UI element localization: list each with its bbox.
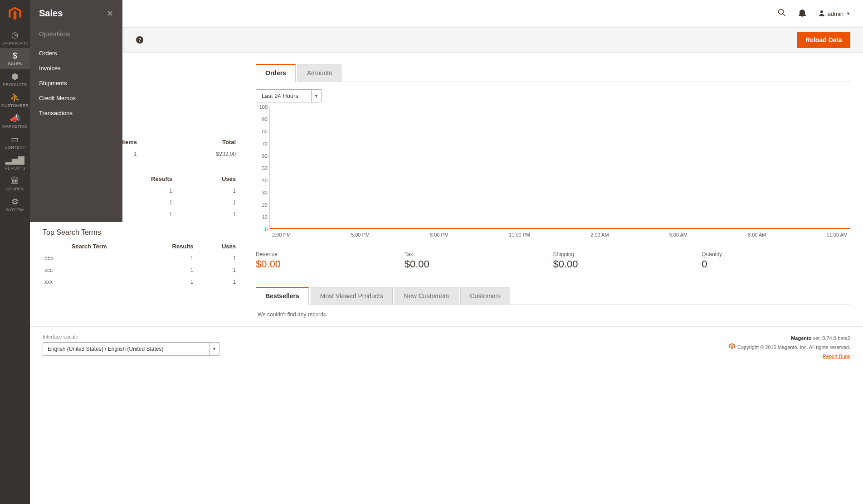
- search-icon[interactable]: [778, 9, 786, 19]
- flyout-link-shipments[interactable]: Shipments: [39, 76, 113, 91]
- table-row: ccc11: [43, 264, 238, 276]
- table-row: xxx11: [43, 276, 238, 288]
- metric-value: $0.00: [405, 258, 553, 270]
- tab-customers[interactable]: Customers: [460, 287, 510, 305]
- tab-bestsellers[interactable]: Bestsellers: [256, 287, 309, 305]
- nav-reports[interactable]: ▂▅▇REPORTS: [0, 152, 30, 173]
- reload-data-button[interactable]: Reload Data: [797, 32, 850, 48]
- flyout-link-orders[interactable]: Orders: [39, 46, 113, 61]
- person-icon: ⛹: [10, 92, 20, 102]
- footer: Interface Locale English (United States)…: [30, 326, 863, 371]
- th-total: Total: [139, 136, 238, 148]
- y-tick: 70: [262, 141, 268, 146]
- caret-down-icon: ▼: [846, 11, 850, 16]
- locale-value: English (United States) / English (Unite…: [43, 343, 209, 355]
- x-tick: 5:00 PM: [351, 232, 370, 237]
- range-select[interactable]: Last 24 Hours ▼: [256, 89, 322, 102]
- box-icon: ⬢: [11, 72, 19, 82]
- nav-customers[interactable]: ⛹CUSTOMERS: [0, 90, 30, 111]
- bell-icon[interactable]: [799, 9, 806, 19]
- gauge-icon: ◷: [11, 30, 19, 40]
- magento-logo-small: [728, 343, 736, 353]
- magento-logo[interactable]: [0, 0, 30, 27]
- empty-message: We couldn't find any records.: [256, 305, 850, 324]
- table-row: bbb11: [43, 252, 238, 264]
- orders-chart: 0102030405060708090100 2:00 PM5:00 PM8:0…: [256, 107, 850, 243]
- tab-new-customers[interactable]: New Customers: [395, 287, 459, 305]
- x-tick: 8:00 PM: [430, 232, 449, 237]
- help-icon[interactable]: ?: [136, 36, 143, 44]
- th-results: Results: [136, 240, 195, 252]
- x-tick: 5:00 AM: [669, 232, 687, 237]
- x-tick: 11:00 AM: [827, 232, 848, 237]
- top-search-table: Search TermResultsUses bbb11 ccc11 xxx11: [43, 240, 238, 288]
- y-tick: 10: [262, 214, 268, 220]
- user-icon: [819, 10, 825, 18]
- metric-label: Quantity: [702, 251, 850, 257]
- nav-label: SYSTEM: [6, 208, 24, 212]
- metric-tax: Tax $0.00: [405, 251, 553, 270]
- th-search-term: Search Term: [43, 240, 136, 252]
- nav-stores[interactable]: 🏛STORES: [0, 173, 30, 194]
- metric-label: Revenue: [256, 251, 405, 257]
- y-tick: 100: [259, 104, 268, 110]
- nav-system[interactable]: ⚙SYSTEM: [0, 194, 30, 215]
- dollar-icon: $: [13, 51, 17, 61]
- topbar: admin ▼: [30, 0, 863, 27]
- caret-down-icon: ▼: [311, 90, 321, 102]
- svg-point-0: [778, 9, 783, 14]
- megaphone-icon: 📣: [10, 113, 20, 123]
- nav-sales[interactable]: $SALES: [0, 48, 30, 69]
- metric-value: $0.00: [553, 258, 702, 270]
- bottom-tabs: Bestsellers Most Viewed Products New Cus…: [256, 286, 850, 305]
- nav-label: CUSTOMERS: [1, 103, 29, 108]
- metric-value: 0: [702, 258, 850, 270]
- nav-label: REPORTS: [5, 166, 25, 170]
- y-tick: 50: [262, 165, 268, 171]
- y-tick: 90: [262, 116, 268, 122]
- th-uses: Uses: [195, 240, 238, 252]
- locale-select[interactable]: English (United States) / English (Unite…: [43, 342, 219, 356]
- top-search-title: Top Search Terms: [43, 228, 238, 237]
- flyout-link-transactions[interactable]: Transactions: [39, 106, 113, 121]
- nav-label: CONTENT: [5, 145, 25, 150]
- nav-dashboard[interactable]: ◷DASHBOARD: [0, 27, 30, 48]
- flyout-link-credit-memos[interactable]: Credit Memos: [39, 91, 113, 106]
- y-tick: 30: [262, 190, 268, 195]
- version-prefix: Magento: [791, 335, 811, 341]
- svg-line-1: [783, 14, 785, 16]
- tab-orders[interactable]: Orders: [256, 64, 296, 82]
- report-bugs-link[interactable]: Report Bugs: [823, 354, 850, 359]
- tab-amounts[interactable]: Amounts: [297, 64, 341, 82]
- metric-shipping: Shipping $0.00: [553, 251, 702, 270]
- barchart-icon: ▂▅▇: [5, 155, 25, 165]
- metric-label: Tax: [405, 251, 553, 257]
- nav-content[interactable]: ▭CONTENT: [0, 131, 30, 152]
- close-icon[interactable]: ✕: [107, 9, 113, 19]
- nav-products[interactable]: ⬢PRODUCTS: [0, 69, 30, 90]
- y-tick: 0: [265, 227, 268, 232]
- x-tick: 2:00 AM: [590, 232, 609, 237]
- y-tick: 20: [262, 202, 268, 208]
- caret-down-icon: ▼: [209, 343, 219, 355]
- nav-marketing[interactable]: 📣MARKETING: [0, 111, 30, 131]
- nav-label: DASHBOARD: [1, 41, 29, 45]
- sales-flyout: Sales ✕ Operations Orders Invoices Shipm…: [30, 0, 122, 222]
- metric-revenue: Revenue $0.00: [256, 251, 405, 270]
- tab-most-viewed[interactable]: Most Viewed Products: [311, 287, 393, 305]
- page-icon: ▭: [11, 134, 19, 144]
- nav-label: PRODUCTS: [3, 82, 27, 87]
- flyout-section-title: Operations: [39, 30, 113, 38]
- th-uses: Uses: [174, 173, 238, 185]
- svg-point-2: [820, 10, 823, 13]
- y-tick: 60: [262, 153, 268, 159]
- flyout-link-invoices[interactable]: Invoices: [39, 61, 113, 76]
- account-menu[interactable]: admin ▼: [819, 10, 850, 18]
- metric-quantity: Quantity 0: [702, 251, 850, 270]
- flyout-title: Sales: [39, 8, 63, 19]
- x-tick: 11:00 PM: [509, 232, 530, 237]
- nav-label: SALES: [8, 62, 22, 66]
- x-tick: 8:00 AM: [748, 232, 766, 237]
- y-tick: 80: [262, 129, 268, 134]
- nav-label: STORES: [6, 187, 24, 191]
